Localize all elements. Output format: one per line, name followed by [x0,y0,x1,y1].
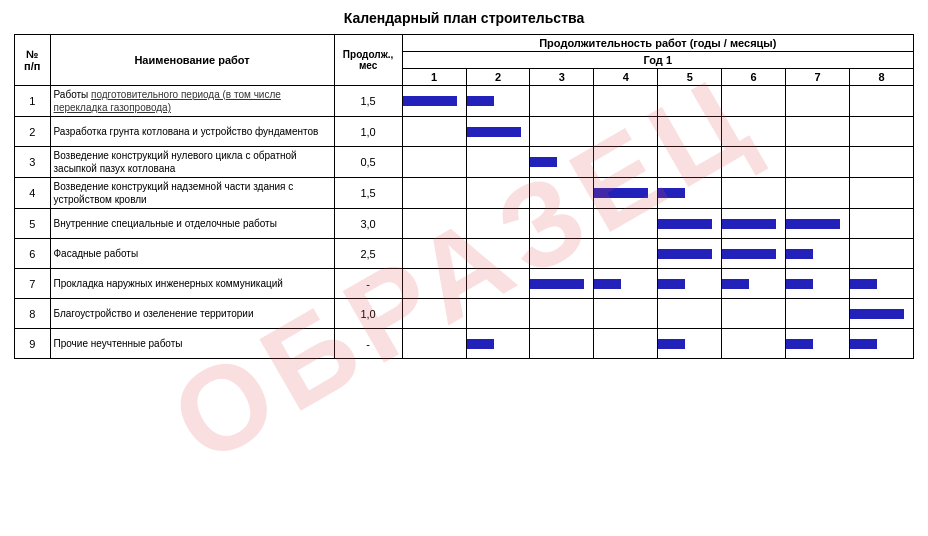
header-num: №п/п [15,35,51,86]
gantt-bar-continuation [467,96,494,106]
header-name: Наименование работ [50,35,334,86]
gantt-cell-row1-col6 [722,86,786,117]
table-row: 1Работы подготовительного периода (в том… [15,86,914,117]
gantt-cell-row3-col8 [849,147,913,178]
gantt-cell-row1-col8 [849,86,913,117]
gantt-cell-row6-col4 [594,239,658,269]
gantt-cell-row2-col2 [466,117,530,147]
gantt-cell-row8-col4 [594,299,658,329]
gantt-cell-row6-col3 [530,239,594,269]
gantt-cell-row4-col8 [849,178,913,209]
gantt-cell-row1-col1 [402,86,466,117]
gantt-bar-continuation [722,249,776,259]
gantt-bar [467,339,494,349]
row-duration: 1,5 [334,178,402,209]
row-work-name: Прокладка наружных инженерных коммуникац… [50,269,334,299]
header-duration: Продолжительность работ (годы / месяцы) [402,35,913,52]
gantt-cell-row7-col7 [786,269,850,299]
gantt-cell-row4-col4 [594,178,658,209]
table-row: 6Фасадные работы2,5 [15,239,914,269]
gantt-cell-row7-col8 [849,269,913,299]
row-duration: 2,5 [334,239,402,269]
row-num: 3 [15,147,51,178]
gantt-cell-row7-col1 [402,269,466,299]
gantt-cell-row8-col7 [786,299,850,329]
gantt-cell-row8-col6 [722,299,786,329]
row-duration: 1,0 [334,117,402,147]
table-row: 4Возведение конструкций надземной части … [15,178,914,209]
header-year1: Год 1 [402,52,913,69]
row-work-name: Возведение конструкций нулевого цикла с … [50,147,334,178]
gantt-bar [850,309,904,319]
header-month-8: 8 [849,69,913,86]
gantt-cell-row6-col2 [466,239,530,269]
row-num: 9 [15,329,51,359]
gantt-cell-row3-col1 [402,147,466,178]
gantt-cell-row3-col3 [530,147,594,178]
row-num: 2 [15,117,51,147]
gantt-cell-row7-col6 [722,269,786,299]
gantt-cell-row9-col6 [722,329,786,359]
gantt-cell-row4-col6 [722,178,786,209]
row-duration: 0,5 [334,147,402,178]
gantt-cell-row8-col2 [466,299,530,329]
gantt-cell-row8-col8 [849,299,913,329]
gantt-bar [850,339,877,349]
gantt-cell-row1-col5 [658,86,722,117]
gantt-cell-row5-col1 [402,209,466,239]
gantt-cell-row7-col2 [466,269,530,299]
row-work-name: Благоустройство и озеленение территории [50,299,334,329]
gantt-cell-row7-col4 [594,269,658,299]
row-duration: 1,0 [334,299,402,329]
row-work-name: Возведение конструкций надземной части з… [50,178,334,209]
header-dur: Продолж.,мес [334,35,402,86]
gantt-cell-row1-col7 [786,86,850,117]
header-month-3: 3 [530,69,594,86]
gantt-cell-row5-col8 [849,209,913,239]
gantt-cell-row5-col7 [786,209,850,239]
gantt-cell-row9-col7 [786,329,850,359]
gantt-cell-row3-col7 [786,147,850,178]
gantt-bar [722,279,749,289]
gantt-table: №п/п Наименование работ Продолж.,мес Про… [14,34,914,359]
row-work-name: Прочие неучтенные работы [50,329,334,359]
gantt-bar [658,279,685,289]
gantt-cell-row9-col5 [658,329,722,359]
table-row: 9Прочие неучтенные работы- [15,329,914,359]
gantt-cell-row8-col1 [402,299,466,329]
gantt-bar [530,279,584,289]
header-month-5: 5 [658,69,722,86]
gantt-cell-row6-col6 [722,239,786,269]
gantt-cell-row1-col2 [466,86,530,117]
gantt-cell-row2-col8 [849,117,913,147]
gantt-cell-row5-col5 [658,209,722,239]
gantt-bar [594,279,621,289]
gantt-bar-continuation [722,219,776,229]
gantt-cell-row4-col7 [786,178,850,209]
gantt-cell-row6-col5 [658,239,722,269]
gantt-bar-continuation [786,219,840,229]
gantt-bar [594,188,648,198]
gantt-cell-row4-col1 [402,178,466,209]
gantt-cell-row2-col5 [658,117,722,147]
gantt-cell-row3-col4 [594,147,658,178]
header-month-4: 4 [594,69,658,86]
row-num: 1 [15,86,51,117]
gantt-bar [658,339,685,349]
gantt-cell-row6-col7 [786,239,850,269]
gantt-cell-row2-col1 [402,117,466,147]
gantt-bar [786,279,813,289]
row-work-name: Фасадные работы [50,239,334,269]
page-title: Календарный план строительства [344,10,584,26]
gantt-bar [403,96,457,106]
gantt-cell-row2-col4 [594,117,658,147]
row-num: 8 [15,299,51,329]
gantt-bar [658,219,712,229]
gantt-cell-row9-col2 [466,329,530,359]
row-num: 7 [15,269,51,299]
gantt-cell-row1-col3 [530,86,594,117]
gantt-cell-row9-col1 [402,329,466,359]
gantt-bar [467,127,521,137]
table-row: 3Возведение конструкций нулевого цикла с… [15,147,914,178]
row-work-name: Работы подготовительного периода (в том … [50,86,334,117]
